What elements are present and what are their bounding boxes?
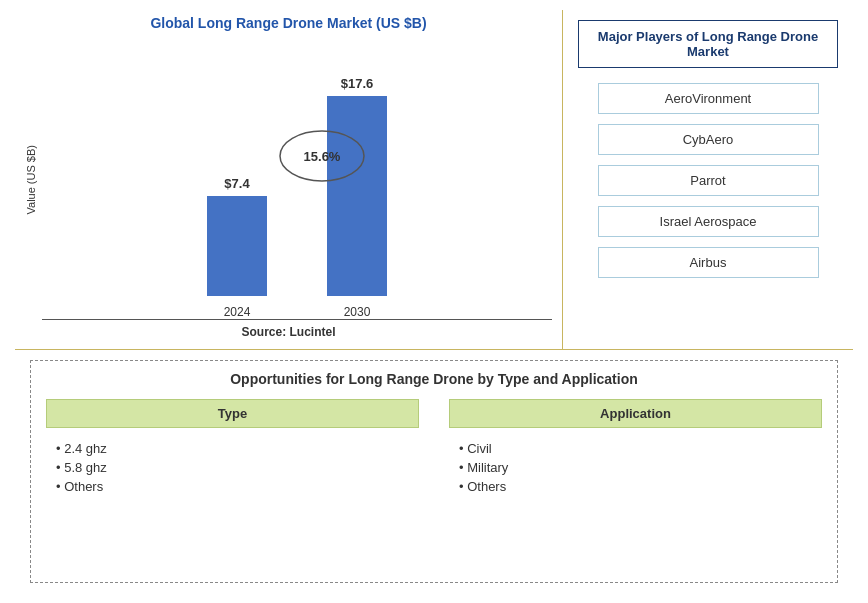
application-items: • Civil • Military • Others: [449, 436, 822, 499]
player-item-3: Israel Aerospace: [598, 206, 819, 237]
svg-text:15.6%: 15.6%: [304, 149, 341, 164]
bar-group-2030: $17.6 2030: [327, 76, 387, 319]
bar-group-2024: $7.4 2024: [207, 176, 267, 319]
chart-title: Global Long Range Drone Market (US $B): [150, 15, 426, 31]
application-item-1: • Military: [459, 460, 817, 475]
type-column: Type • 2.4 ghz • 5.8 ghz • Others: [46, 399, 419, 572]
opportunities-columns: Type • 2.4 ghz • 5.8 ghz • Others Applic…: [46, 399, 822, 572]
player-item-2: Parrot: [598, 165, 819, 196]
top-section: Global Long Range Drone Market (US $B) V…: [15, 10, 853, 350]
players-section: Major Players of Long Range Drone Market…: [563, 10, 853, 349]
bar-year-2024: 2024: [224, 305, 251, 319]
bars-container: 15.6% $7.4 2024 $17.6 2030: [42, 99, 552, 320]
type-header: Type: [46, 399, 419, 428]
bottom-section: Opportunities for Long Range Drone by Ty…: [15, 350, 853, 593]
player-item-0: AeroVironment: [598, 83, 819, 114]
players-title: Major Players of Long Range Drone Market: [578, 20, 838, 68]
bar-value-2024: $7.4: [224, 176, 249, 191]
application-header: Application: [449, 399, 822, 428]
bars-inner: 15.6% $7.4 2024 $17.6 2030: [42, 99, 552, 319]
application-column: Application • Civil • Military • Others: [449, 399, 822, 572]
cagr-ellipse: 15.6%: [277, 129, 367, 184]
x-axis-line: [42, 319, 552, 320]
opportunities-title: Opportunities for Long Range Drone by Ty…: [46, 371, 822, 387]
bar-year-2030: 2030: [344, 305, 371, 319]
bar-2030: [327, 96, 387, 296]
chart-source: Source: Lucintel: [241, 325, 335, 339]
chart-section: Global Long Range Drone Market (US $B) V…: [15, 10, 563, 349]
type-item-0: • 2.4 ghz: [56, 441, 414, 456]
player-item-1: CybAero: [598, 124, 819, 155]
application-item-2: • Others: [459, 479, 817, 494]
type-items: • 2.4 ghz • 5.8 ghz • Others: [46, 436, 419, 499]
main-container: Global Long Range Drone Market (US $B) V…: [0, 0, 868, 603]
y-axis-label: Value (US $B): [25, 145, 37, 215]
chart-area: Value (US $B) 15.6% $7.4 2024: [25, 39, 552, 320]
bar-2024: [207, 196, 267, 296]
player-item-4: Airbus: [598, 247, 819, 278]
type-item-1: • 5.8 ghz: [56, 460, 414, 475]
type-item-2: • Others: [56, 479, 414, 494]
application-item-0: • Civil: [459, 441, 817, 456]
bar-value-2030: $17.6: [341, 76, 374, 91]
opportunities-box: Opportunities for Long Range Drone by Ty…: [30, 360, 838, 583]
